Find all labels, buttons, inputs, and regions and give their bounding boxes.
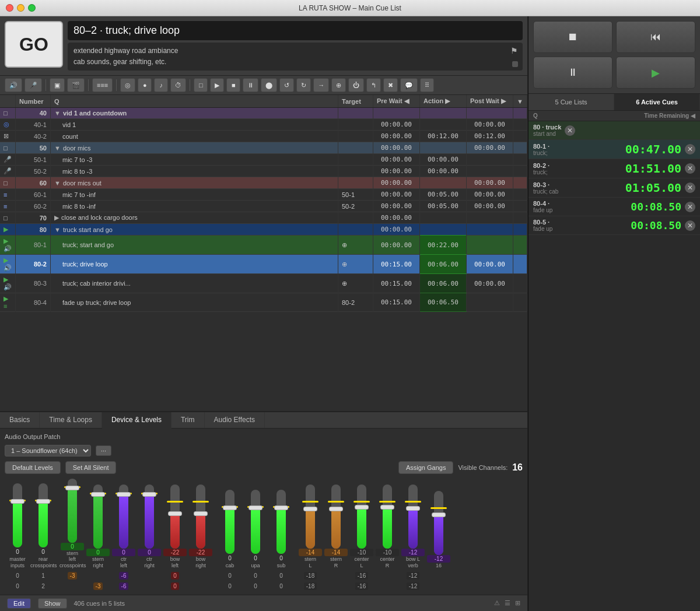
active-cue-item-80-4[interactable]: 80-4 · fade up 00:08.50 ✕ bbox=[528, 198, 700, 216]
col-header-q[interactable]: Q bbox=[51, 95, 338, 108]
maximize-button[interactable] bbox=[28, 4, 36, 12]
toolbar-stop2-btn[interactable]: ■ bbox=[226, 78, 240, 92]
close-cue-80[interactable]: ✕ bbox=[565, 125, 575, 136]
assign-gangs-btn[interactable]: Assign Gangs bbox=[398, 461, 453, 474]
toolbar-next-btn[interactable]: → bbox=[313, 78, 329, 92]
fader-track-upa[interactable] bbox=[251, 490, 260, 554]
toolbar-pause-btn[interactable]: ⏸ bbox=[243, 78, 258, 92]
toolbar-mic-btn[interactable]: 🎤 bbox=[24, 78, 42, 92]
toolbar-target-btn[interactable]: ◎ bbox=[120, 78, 135, 92]
close-cue-80-1[interactable]: ✕ bbox=[685, 144, 695, 154]
play-button[interactable]: ▶ bbox=[616, 57, 695, 89]
toolbar-record-btn[interactable]: ● bbox=[138, 78, 152, 92]
pause-button[interactable]: ⏸ bbox=[533, 57, 612, 89]
toolbar-clock-btn[interactable]: ⏱ bbox=[170, 78, 186, 92]
fader-value-stern-right: 0 bbox=[86, 549, 110, 556]
fader-track-center-R[interactable] bbox=[383, 484, 392, 549]
toolbar-music-btn[interactable]: ♪ bbox=[154, 78, 168, 92]
toolbar-undo-btn[interactable]: ↺ bbox=[279, 78, 294, 92]
toolbar-video-btn[interactable]: 🎬 bbox=[67, 78, 85, 92]
rewind-button[interactable]: ⏮ bbox=[616, 21, 695, 53]
table-row[interactable]: □ 70 ▶close and lock cargo doors 00:00.0… bbox=[0, 212, 527, 224]
window-controls[interactable] bbox=[6, 4, 36, 12]
fader-track-ctr-left[interactable] bbox=[119, 484, 128, 549]
close-cue-80-2[interactable]: ✕ bbox=[685, 163, 695, 174]
table-row[interactable]: □ 50 ▼door mics 00:00.00 00:00.00 bbox=[0, 142, 527, 154]
table-row[interactable]: □ 60 ▼door mics out 00:00.00 00:00.00 bbox=[0, 177, 527, 189]
table-row[interactable]: ≡ 60-2 mic 8 to -inf 50-2 00:00.00 00:05… bbox=[0, 201, 527, 212]
tab-basics[interactable]: Basics bbox=[0, 412, 40, 428]
col-header-action[interactable]: Action ▶ bbox=[420, 95, 467, 108]
close-cue-80-5[interactable]: ✕ bbox=[685, 220, 695, 231]
active-cue-item-80-5[interactable]: 80-5 · fade up 00:08.50 ✕ bbox=[528, 216, 700, 235]
toolbar-power-btn[interactable]: ⏻ bbox=[348, 78, 364, 92]
toolbar-x-btn[interactable]: ✖ bbox=[383, 78, 398, 92]
close-cue-80-4[interactable]: ✕ bbox=[685, 202, 695, 212]
show-tab[interactable]: Show bbox=[38, 598, 67, 609]
edit-tab[interactable]: Edit bbox=[7, 598, 31, 609]
toolbar-speaker-btn[interactable]: 🔊 bbox=[5, 78, 22, 92]
table-row[interactable]: ▶ ≡ 80-4 fade up truck; drive loop 80-2 … bbox=[0, 293, 527, 312]
close-button[interactable] bbox=[6, 4, 13, 12]
active-cue-item-80-3[interactable]: 80-3 · truck; cab 01:05.00 ✕ bbox=[528, 178, 700, 198]
toolbar-stop-btn[interactable]: □ bbox=[194, 78, 208, 92]
fader-track-stern-R[interactable] bbox=[331, 484, 341, 549]
table-row[interactable]: ▶ 80 ▼truck start and go 00:00.00 bbox=[0, 224, 527, 236]
set-all-silent-btn[interactable]: Set All Silent bbox=[65, 461, 117, 474]
fader-track-bow-right[interactable] bbox=[196, 484, 205, 549]
toolbar-chat-btn[interactable]: 💬 bbox=[400, 78, 418, 92]
fader-track-master[interactable] bbox=[13, 483, 22, 547]
toolbar-add-btn[interactable]: ⊕ bbox=[331, 78, 346, 92]
table-row[interactable]: ▶ 🔊 80-1 truck; start and go ⊕ 00:00.00 … bbox=[0, 236, 527, 255]
right-tab-active-cues[interactable]: 6 Active Cues bbox=[614, 94, 700, 110]
table-row[interactable]: 🎤 50-1 mic 7 to -3 00:00.00 00:00.00 bbox=[0, 154, 527, 166]
cue-table-wrapper[interactable]: Number Q Target Pre Wait ◀ Action ▶ Post… bbox=[0, 95, 527, 410]
fader-track-ctr-right[interactable] bbox=[145, 484, 154, 549]
toolbar-play-btn[interactable]: ▶ bbox=[210, 78, 224, 92]
table-row[interactable]: ≡ 60-1 mic 7 to -inf 50-1 00:00.00 00:05… bbox=[0, 189, 527, 201]
fader-track-bow-left[interactable] bbox=[170, 484, 180, 549]
stop-button[interactable]: ⏹ bbox=[533, 21, 612, 53]
fader-track-stern-L[interactable] bbox=[306, 484, 315, 549]
active-cue-item-80-2[interactable]: 80-2 · truck; 01:51.00 ✕ bbox=[528, 159, 700, 178]
tab-audio-effects[interactable]: Audio Effects bbox=[205, 412, 265, 428]
toolbar-loop-btn[interactable]: ↰ bbox=[366, 78, 381, 92]
default-levels-btn[interactable]: Default Levels bbox=[5, 461, 61, 474]
table-row[interactable]: ◎ 40-1 vid 1 00:00.00 00:00.00 bbox=[0, 119, 527, 131]
fader-track-stern-left[interactable] bbox=[68, 479, 77, 543]
fader-track-16[interactable] bbox=[434, 491, 443, 555]
go-button[interactable]: GO bbox=[5, 21, 63, 68]
tab-device-levels[interactable]: Device & Levels bbox=[102, 412, 172, 429]
table-row[interactable]: ▶ 🔊 80-3 truck; cab interior drivi... ⊕ … bbox=[0, 274, 527, 293]
audio-patch-select[interactable]: 1 – Soundflower (64ch) bbox=[5, 445, 91, 457]
tab-time-loops[interactable]: Time & Loops bbox=[40, 412, 102, 428]
col-header-target[interactable]: Target bbox=[338, 95, 373, 108]
audio-patch-options-btn[interactable]: ··· bbox=[96, 445, 111, 456]
col-header-misc[interactable]: ▼ bbox=[513, 95, 527, 108]
active-cue-item-80[interactable]: 80 · truck start and ✕ bbox=[528, 121, 700, 140]
minimize-button[interactable] bbox=[17, 4, 24, 12]
close-cue-80-3[interactable]: ✕ bbox=[685, 182, 695, 193]
table-row[interactable]: □ 40 ▼vid 1 and countdown bbox=[0, 108, 527, 119]
fader-track-stern-right[interactable] bbox=[93, 484, 103, 549]
fader-track-center-L[interactable] bbox=[357, 484, 366, 549]
table-row[interactable]: ▶ 🔊 80-2 truck; drive loop ⊕ 00:15.00 00… bbox=[0, 255, 527, 274]
col-header-prewait[interactable]: Pre Wait ◀ bbox=[373, 95, 420, 108]
table-row[interactable]: 🎤 50-2 mic 8 to -3 00:00.00 00:00.00 bbox=[0, 166, 527, 177]
fader-cab: 0 cab bbox=[217, 490, 243, 569]
fader-track-cab[interactable] bbox=[225, 490, 235, 554]
right-tab-cue-lists[interactable]: 5 Cue Lists bbox=[528, 94, 614, 110]
fader-track-bow-L-verb[interactable] bbox=[408, 484, 418, 549]
fader-track-rear[interactable] bbox=[38, 483, 48, 547]
col-header-postwait[interactable]: Post Wait ▶ bbox=[467, 95, 513, 108]
toolbar-redo-btn[interactable]: ↻ bbox=[296, 78, 311, 92]
toolbar-mixer-btn[interactable]: ≡≡≡ bbox=[92, 78, 113, 92]
fader-track-sub[interactable] bbox=[276, 490, 286, 554]
toolbar-grid-btn[interactable]: ⠿ bbox=[420, 78, 434, 92]
toolbar-screen-btn[interactable]: ▣ bbox=[50, 78, 65, 92]
col-header-number[interactable]: Number bbox=[16, 95, 51, 108]
tab-trim[interactable]: Trim bbox=[172, 412, 205, 428]
table-row[interactable]: ⊠ 40-2 count 00:00.00 00:12.00 00:12.00 bbox=[0, 131, 527, 142]
active-cue-item-80-1[interactable]: 80-1 · truck; 00:47.00 ✕ bbox=[528, 140, 700, 159]
toolbar-dot-btn[interactable]: ⬤ bbox=[261, 78, 277, 92]
